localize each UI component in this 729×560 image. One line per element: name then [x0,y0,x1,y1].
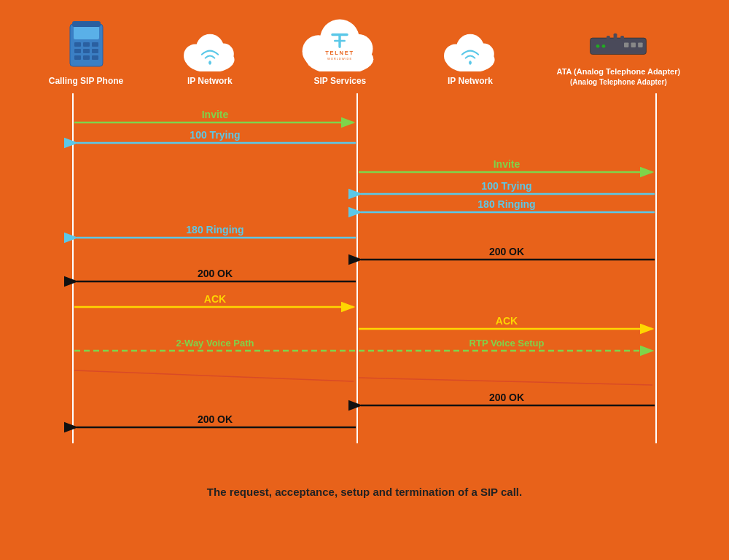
svg-point-30 [602,44,606,48]
svg-rect-34 [607,36,610,40]
svg-text:Invite: Invite [202,109,229,120]
svg-text:ACK: ACK [496,315,518,327]
sip-services-cloud: TELNET WORLDWIDE [296,13,383,71]
svg-point-27 [469,61,472,64]
svg-rect-3 [83,42,90,47]
svg-text:Invite: Invite [494,158,521,170]
svg-rect-9 [83,55,90,60]
ata-icon [589,29,647,62]
svg-rect-4 [92,42,98,47]
svg-rect-33 [639,43,643,47]
header-item-ip-right: IP Network [437,28,503,88]
svg-rect-36 [621,36,625,40]
svg-rect-1 [74,26,99,39]
svg-line-63 [74,370,354,381]
svg-point-16 [208,61,211,64]
svg-point-26 [473,44,494,65]
svg-rect-10 [92,55,98,60]
svg-point-29 [596,44,600,48]
ip-network-left-cloud [177,28,243,71]
phone-icon [66,20,106,71]
svg-text:ACK: ACK [204,293,226,305]
svg-rect-11 [72,21,101,27]
header-item-ata: ATA (Analog Telephone Adapter) (Analog T… [557,29,681,88]
header-item-phone: Calling SIP Phone [49,20,123,88]
svg-text:100 Trying: 100 Trying [481,180,531,192]
sip-services-label: SIP Services [313,76,366,88]
svg-text:200 OK: 200 OK [198,268,233,279]
svg-text:200 OK: 200 OK [198,413,233,425]
sequence-diagram: Invite 100 Trying Invite 100 Trying 180 … [22,93,707,480]
svg-rect-2 [74,42,81,47]
svg-rect-31 [624,43,628,47]
header-row: Calling SIP Phone IP Network [0,0,729,93]
phone-label: Calling SIP Phone [49,76,123,88]
svg-text:WORLDWIDE: WORLDWIDE [327,57,352,61]
svg-line-64 [359,378,652,385]
svg-rect-7 [92,49,98,53]
svg-text:180 Ringing: 180 Ringing [186,224,243,236]
svg-text:RTP Voice Setup: RTP Voice Setup [469,338,545,349]
svg-text:180 Ringing: 180 Ringing [477,198,535,210]
svg-point-15 [213,44,234,65]
svg-text:200 OK: 200 OK [489,392,524,403]
ip-right-label: IP Network [448,76,493,88]
svg-text:TELNET: TELNET [326,50,355,56]
svg-text:200 OK: 200 OK [489,246,524,257]
footer-text: The request, acceptance, setup and termi… [0,486,729,498]
svg-rect-6 [83,49,90,53]
svg-rect-5 [74,49,81,53]
ata-label: ATA (Analog Telephone Adapter) (Analog T… [557,66,681,88]
diagram-svg: Invite 100 Trying Invite 100 Trying 180 … [22,93,707,451]
ip-left-label: IP Network [187,76,233,88]
svg-text:100 Trying: 100 Trying [190,129,240,141]
ip-network-right-cloud [437,28,503,71]
svg-rect-8 [74,55,81,60]
svg-rect-32 [631,43,636,47]
svg-rect-35 [614,34,617,41]
header-item-sip: TELNET WORLDWIDE SIP Services [296,13,383,88]
svg-text:2-Way Voice Path: 2-Way Voice Path [176,338,254,349]
header-item-ip-left: IP Network [177,28,243,88]
